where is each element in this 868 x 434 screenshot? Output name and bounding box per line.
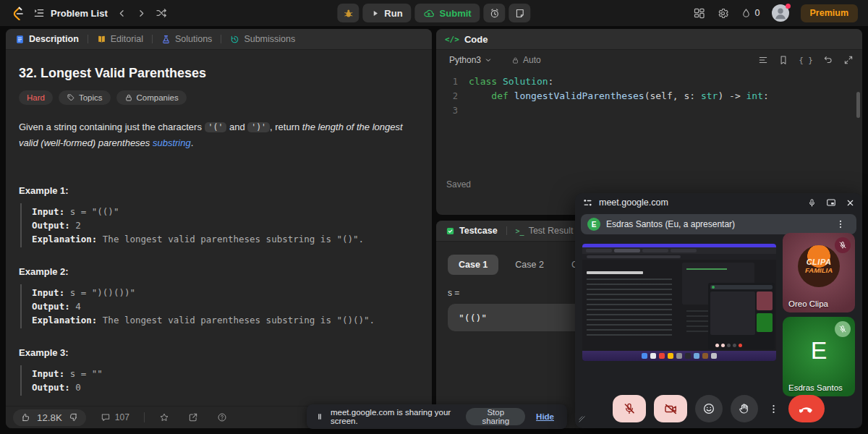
run-button[interactable]: Run bbox=[362, 4, 411, 22]
submit-button[interactable]: Submit bbox=[415, 4, 480, 22]
like-count: 12.8K bbox=[37, 412, 62, 423]
leave-call-button[interactable] bbox=[788, 395, 825, 422]
feedback-button[interactable] bbox=[213, 412, 231, 423]
notes-button[interactable] bbox=[509, 4, 531, 22]
share-button[interactable] bbox=[184, 412, 203, 423]
mic-off-badge bbox=[835, 237, 851, 253]
tab-divider bbox=[221, 35, 221, 43]
vote-group[interactable]: 12.8K bbox=[13, 409, 86, 426]
difficulty-badge[interactable]: Hard bbox=[19, 90, 53, 105]
topics-badge[interactable]: Topics bbox=[59, 90, 111, 105]
tab-test-result[interactable]: >_ Test Result bbox=[514, 226, 576, 236]
topics-label: Topics bbox=[79, 93, 103, 102]
presenter-avatar: E bbox=[587, 218, 600, 231]
more-options-button[interactable] bbox=[766, 395, 780, 422]
next-problem-button[interactable] bbox=[136, 8, 147, 19]
top-navbar: Problem List Run Submit 0 bbox=[0, 0, 868, 26]
tab-solutions-label: Solutions bbox=[175, 34, 212, 44]
sharing-text: meet.google.com is sharing your screen. bbox=[331, 408, 459, 425]
code-editor-lines: 1class Solution:2 def longestValidParent… bbox=[436, 75, 862, 118]
bookmark-button[interactable] bbox=[778, 55, 788, 65]
tab-divider bbox=[88, 35, 88, 43]
resize-handle[interactable] bbox=[578, 412, 586, 425]
language-selector[interactable]: Python3 bbox=[445, 54, 497, 66]
tab-divider bbox=[506, 226, 507, 235]
streak-button[interactable]: 0 bbox=[741, 8, 760, 19]
snippets-button[interactable]: { } bbox=[799, 56, 813, 65]
hide-button[interactable]: Hide bbox=[532, 412, 558, 422]
problem-title: 32. Longest Valid Parentheses bbox=[19, 66, 419, 81]
example-1-label: Example 1: bbox=[19, 185, 419, 196]
participant-tile-esdras[interactable]: E Esdras Santos bbox=[783, 317, 855, 396]
tab-editorial[interactable]: Editorial bbox=[95, 34, 145, 44]
leetcode-logo[interactable] bbox=[10, 6, 25, 20]
tab-testcase[interactable]: Testcase bbox=[443, 226, 500, 236]
format-code-button[interactable] bbox=[758, 55, 768, 65]
meet-mic-icon-button[interactable] bbox=[807, 198, 817, 208]
participant-tile-oreo[interactable]: CLIPA FAMILIA Oreo Clipa bbox=[783, 233, 855, 312]
footer-divider bbox=[144, 412, 145, 422]
comments-button[interactable]: 107 bbox=[96, 412, 134, 423]
help-icon bbox=[217, 412, 227, 422]
mini-tile-green bbox=[757, 313, 773, 332]
flame-icon bbox=[741, 8, 752, 19]
tab-solutions[interactable]: Solutions bbox=[159, 34, 214, 44]
mini-url-bar bbox=[582, 254, 776, 260]
meet-controls bbox=[575, 395, 862, 422]
language-label: Python3 bbox=[449, 55, 481, 65]
favorite-button[interactable] bbox=[155, 412, 174, 423]
layout-button[interactable] bbox=[693, 7, 705, 20]
shared-screen-preview[interactable] bbox=[582, 244, 776, 361]
prev-problem-button[interactable] bbox=[116, 8, 127, 19]
reset-code-button[interactable] bbox=[823, 55, 833, 65]
media-hub-icon bbox=[582, 197, 593, 208]
notification-dot bbox=[786, 4, 791, 9]
tab-description[interactable]: Description bbox=[13, 34, 81, 44]
settings-button[interactable] bbox=[717, 7, 729, 20]
auto-save-indicator: Auto bbox=[511, 55, 541, 65]
code-editor[interactable]: 1class Solution:2 def longestValidParent… bbox=[436, 70, 862, 118]
description-icon bbox=[15, 35, 25, 44]
example-1-block: Input: s = "(()" Output: 2 Explanation: … bbox=[20, 203, 419, 247]
editor-toolbar: Python3 Auto { } bbox=[436, 50, 862, 70]
case-tab-2[interactable]: Case 2 bbox=[504, 255, 555, 275]
participant-name: Esdras Santos bbox=[788, 383, 843, 392]
terminal-icon: >_ bbox=[516, 227, 524, 235]
code-line: 3 bbox=[436, 103, 862, 118]
tab-testcase-label: Testcase bbox=[459, 226, 498, 236]
tab-editorial-label: Editorial bbox=[111, 34, 143, 44]
premium-button[interactable]: Premium bbox=[801, 4, 859, 22]
raise-hand-button[interactable] bbox=[731, 395, 758, 422]
meet-pip-button[interactable] bbox=[826, 197, 836, 208]
meet-pip-window[interactable]: meet.google.com E Esdras Santos (Eu, a a… bbox=[575, 193, 862, 428]
leetcode-screen: Problem List Run Submit 0 bbox=[0, 0, 868, 434]
reactions-button[interactable] bbox=[695, 395, 723, 422]
companies-badge[interactable]: Companies bbox=[116, 90, 187, 105]
mini-page-body bbox=[582, 260, 776, 351]
camera-off-button[interactable] bbox=[654, 395, 687, 422]
tab-divider bbox=[152, 35, 153, 43]
case-tab-1[interactable]: Case 1 bbox=[448, 255, 498, 275]
submissions-icon bbox=[230, 35, 239, 44]
tab-submissions[interactable]: Submissions bbox=[228, 34, 297, 44]
mini-tile-red bbox=[757, 292, 773, 310]
code-panel-title: Code bbox=[464, 34, 488, 45]
mic-off-button[interactable] bbox=[613, 395, 646, 422]
stop-sharing-button[interactable]: Stop sharing bbox=[466, 408, 525, 425]
pause-icon bbox=[315, 412, 324, 421]
run-label: Run bbox=[384, 8, 402, 19]
debug-button[interactable] bbox=[337, 4, 359, 22]
meet-close-button[interactable] bbox=[846, 198, 855, 208]
substring-link[interactable]: substring bbox=[153, 137, 191, 148]
editor-scrollbar[interactable] bbox=[856, 92, 860, 118]
presenter-bar[interactable]: E Esdras Santos (Eu, a apresentar) bbox=[581, 214, 856, 234]
thumbs-down-icon bbox=[69, 412, 79, 422]
presenter-options-button[interactable] bbox=[831, 218, 850, 230]
lock-icon bbox=[511, 56, 519, 64]
problem-list-button[interactable]: Problem List bbox=[33, 7, 108, 19]
fullscreen-button[interactable] bbox=[843, 55, 854, 65]
random-problem-button[interactable] bbox=[156, 7, 167, 19]
example-2-block: Input: s = ")()())" Output: 4 Explanatio… bbox=[20, 284, 419, 328]
user-avatar[interactable] bbox=[772, 4, 789, 22]
timer-button[interactable] bbox=[484, 4, 506, 22]
